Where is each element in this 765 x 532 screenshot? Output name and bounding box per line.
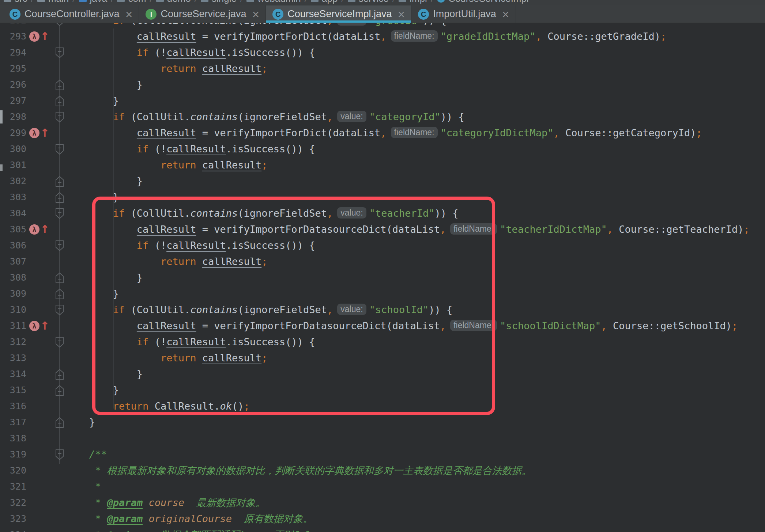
code-token: ;	[744, 224, 750, 235]
code-line[interactable]: 312if (!callResult.isSuccess()) {	[0, 334, 765, 350]
code-text: *	[0, 479, 765, 495]
code-token: )) {	[435, 208, 459, 219]
code-line[interactable]: 314}	[0, 366, 765, 382]
code-line[interactable]: 301return callResult;	[0, 157, 765, 173]
tab-coursecontroller-java[interactable]: CCourseController.java×	[3, 5, 139, 23]
code-token: ;	[261, 159, 267, 171]
code-line[interactable]: 310if (CollUtil.contains(ignoreFieldSet,…	[0, 302, 765, 318]
code-line[interactable]: 321 *	[0, 479, 765, 495]
breadcrumb-item-main[interactable]: main	[37, 0, 69, 4]
code-line[interactable]: 303}	[0, 189, 765, 205]
code-line[interactable]: 322 * @param course 最新数据对象。	[0, 495, 765, 511]
code-line[interactable]: 307return callResult;	[0, 254, 765, 270]
close-tab-icon[interactable]: ×	[125, 9, 133, 20]
tab-label: ImportUtil.java	[433, 8, 496, 20]
code-token: callResult	[202, 159, 262, 171]
code-line[interactable]: 319/**	[0, 446, 765, 463]
code-line[interactable]: 297}	[0, 93, 765, 109]
breadcrumb-item-impl[interactable]: impl	[399, 0, 427, 4]
class-file-icon: C	[418, 9, 429, 20]
breadcrumb-separator: /	[72, 0, 75, 4]
code-text: }	[0, 173, 765, 189]
code-token: ,	[440, 224, 446, 235]
code-token: if	[137, 336, 149, 347]
code-token: }	[89, 417, 95, 428]
breadcrumb: src/main/java/com/demo/single/webadmin/a…	[0, 0, 765, 5]
package-icon	[311, 0, 319, 2]
code-line[interactable]: 315}	[0, 382, 765, 398]
code-line[interactable]: 296}	[0, 77, 765, 93]
code-token: .isSuccess()) {	[226, 143, 315, 155]
code-token: .isSuccess()) {	[226, 240, 315, 251]
code-token: ,	[536, 31, 542, 42]
code-line[interactable]: 320 * 根据最新对象和原有对象的数据对比，判断关联的字典数据和多对一主表数据…	[0, 463, 765, 479]
breadcrumb-item-com[interactable]: com	[117, 0, 146, 4]
breadcrumb-item-demo[interactable]: demo	[156, 0, 191, 4]
code-token: }	[137, 272, 143, 283]
code-text: if (!callResult.isSuccess()) {	[0, 141, 765, 157]
tab-courseservice-java[interactable]: ICourseService.java×	[139, 5, 266, 23]
breadcrumb-item-java[interactable]: java	[79, 0, 108, 4]
code-line[interactable]: 323 * @param originalCourse 原有数据对象。	[0, 511, 765, 527]
code-text: }	[0, 382, 765, 398]
code-line[interactable]: 300if (!callResult.isSuccess()) {	[0, 141, 765, 157]
code-line[interactable]: 313return callResult;	[0, 350, 765, 366]
code-line[interactable]: 305λ↑callResult = verifyImportForDatasou…	[0, 221, 765, 238]
code-line[interactable]: 294if (!callResult.isSuccess()) {	[0, 45, 765, 61]
breadcrumb-label: app	[322, 0, 338, 4]
breadcrumb-item-courseserviceimpl[interactable]: CCourseServiceImpl	[437, 0, 529, 4]
code-token	[143, 497, 148, 508]
code-line[interactable]: 299λ↑callResult = verifyImportForDict(da…	[0, 125, 765, 141]
breadcrumb-separator: /	[341, 0, 344, 4]
code-text: * @param course 最新数据对象。	[0, 495, 765, 511]
code-token: if	[113, 111, 125, 122]
code-line[interactable]: 298if (CollUtil.contains(ignoreFieldSet,…	[0, 109, 765, 125]
code-line[interactable]: 308}	[0, 270, 765, 286]
tab-courseserviceimpl-java[interactable]: CCourseServiceImpl.java×	[266, 5, 411, 23]
breadcrumb-item-app[interactable]: app	[311, 0, 338, 4]
breadcrumb-item-service[interactable]: service	[348, 0, 389, 4]
code-line[interactable]: 306if (!callResult.isSuccess()) {	[0, 238, 765, 254]
parameter-hint-pill: value:	[337, 207, 366, 218]
code-line[interactable]: 311λ↑callResult = verifyImportForDatasou…	[0, 318, 765, 334]
code-token: 最新数据对象。	[184, 497, 265, 508]
code-line[interactable]: 304if (CollUtil.contains(ignoreFieldSet,…	[0, 205, 765, 221]
breadcrumb-label: java	[90, 0, 108, 4]
code-line[interactable]: 293λ↑callResult = verifyImportForDict(da…	[0, 28, 765, 45]
close-tab-icon[interactable]: ×	[397, 9, 405, 20]
breadcrumb-separator: /	[240, 0, 243, 4]
code-token: callResult	[202, 63, 262, 74]
code-line[interactable]: 316return CallResult.ok();	[0, 398, 765, 414]
code-token: "categoryId"	[369, 111, 441, 122]
breadcrumb-label: CourseServiceImpl	[448, 0, 529, 4]
code-token: return	[161, 352, 196, 364]
code-token: ,	[380, 127, 386, 138]
code-token: .isSuccess()) {	[226, 47, 315, 58]
breadcrumb-item-src[interactable]: src	[4, 0, 27, 4]
code-line[interactable]: 309}	[0, 286, 765, 302]
code-editor[interactable]: 292if (CollUtil.contains(ignoreFieldSet,…	[0, 0, 765, 532]
interface-file-icon: I	[146, 9, 157, 20]
breadcrumb-label: src	[15, 0, 27, 4]
code-line[interactable]: 302}	[0, 173, 765, 189]
close-tab-icon[interactable]: ×	[502, 9, 510, 20]
code-line[interactable]: 317}	[0, 414, 765, 430]
code-token	[143, 513, 148, 524]
tab-importutil-java[interactable]: CImportUtil.java×	[411, 5, 516, 23]
code-token: (!	[148, 47, 166, 58]
breadcrumb-item-webadmin[interactable]: webadmin	[246, 0, 301, 4]
close-tab-icon[interactable]: ×	[252, 9, 260, 20]
code-line[interactable]: 318	[0, 430, 765, 446]
line-number: 318	[0, 430, 26, 446]
code-token: 数据全部匹配适配true，否则false。	[148, 529, 332, 532]
parameter-hint-pill: fieldName:	[450, 223, 497, 235]
code-token: (CollUtil.	[125, 304, 190, 315]
code-text: callResult = verifyImportForDict(dataLis…	[0, 125, 765, 141]
code-token: }	[137, 175, 143, 187]
breadcrumb-label: service	[359, 0, 389, 4]
parameter-hint-pill: fieldName:	[391, 30, 438, 42]
breadcrumb-item-single[interactable]: single	[201, 0, 237, 4]
code-line[interactable]: 295return callResult;	[0, 61, 765, 77]
code-line[interactable]: 324 * @return 数据全部匹配适配true，否则false。	[0, 527, 765, 532]
code-token: ,	[607, 224, 613, 235]
